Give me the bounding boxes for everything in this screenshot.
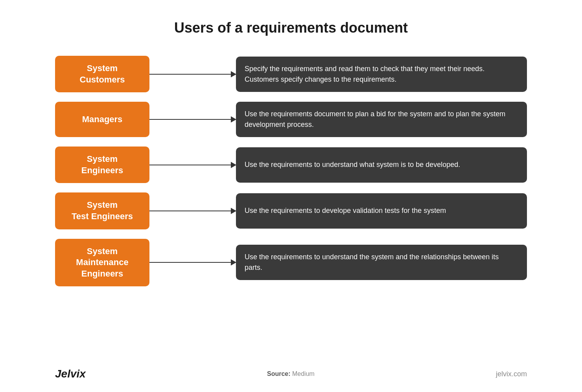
label-system-test-engineers: System Test Engineers	[55, 192, 149, 229]
footer: Jelvix Source: Medium jelvix.com	[55, 364, 527, 380]
footer-brand-left: Jelvix	[55, 368, 86, 380]
page-title: Users of a requirements document	[174, 20, 408, 36]
arrow-line-system-maintenance-engineers	[149, 262, 236, 263]
arrow-system-test-engineers	[149, 211, 236, 211]
arrow-line-system-customers	[149, 74, 236, 75]
row-managers: ManagersUse the requirements document to…	[55, 102, 527, 137]
description-system-customers: Specify the requirements and read them t…	[236, 57, 527, 92]
arrow-system-customers	[149, 74, 236, 75]
arrow-system-engineers	[149, 165, 236, 165]
arrow-managers	[149, 119, 236, 120]
label-system-engineers: System Engineers	[55, 147, 149, 183]
label-system-customers: System Customers	[55, 56, 149, 92]
description-system-test-engineers: Use the requirements to develope validat…	[236, 193, 527, 229]
description-managers: Use the requirements document to plan a …	[236, 102, 527, 137]
label-managers: Managers	[55, 102, 149, 137]
footer-url: jelvix.com	[496, 370, 527, 378]
row-system-customers: System CustomersSpecify the requirements…	[55, 56, 527, 92]
footer-source: Source: Medium	[267, 370, 315, 377]
row-system-test-engineers: System Test EngineersUse the requirement…	[55, 192, 527, 229]
diagram-container: System CustomersSpecify the requirements…	[55, 56, 527, 352]
row-system-engineers: System EngineersUse the requirements to …	[55, 147, 527, 183]
arrow-line-system-engineers	[149, 165, 236, 165]
row-system-maintenance-engineers: System Maintenance EngineersUse the requ…	[55, 239, 527, 287]
description-system-maintenance-engineers: Use the requirements to understand the s…	[236, 245, 527, 280]
arrow-line-system-test-engineers	[149, 211, 236, 211]
arrow-system-maintenance-engineers	[149, 262, 236, 263]
arrow-line-managers	[149, 119, 236, 120]
label-system-maintenance-engineers: System Maintenance Engineers	[55, 239, 149, 287]
description-system-engineers: Use the requirements to understand what …	[236, 147, 527, 183]
